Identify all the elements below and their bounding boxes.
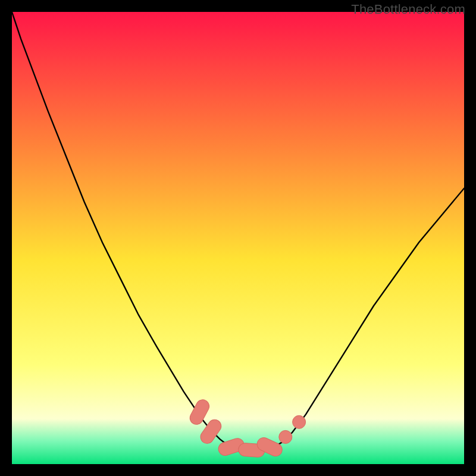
gradient-background	[12, 12, 464, 464]
chart-frame: TheBottleneck.com	[0, 0, 476, 476]
watermark-text: TheBottleneck.com	[351, 2, 465, 17]
chart-svg	[12, 12, 464, 464]
plot-area	[12, 12, 464, 464]
marker-dot	[279, 430, 292, 443]
marker-dot	[293, 415, 306, 428]
